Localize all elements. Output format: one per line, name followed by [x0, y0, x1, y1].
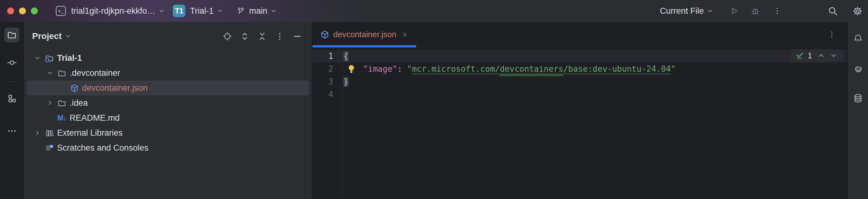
database-tool-button[interactable]: [850, 91, 866, 106]
project-tool-button[interactable]: [4, 28, 19, 42]
code-token: ": [407, 64, 412, 74]
chevron-down-icon[interactable]: [158, 8, 165, 14]
tab-options-button[interactable]: [828, 31, 836, 39]
problem-count: 1: [808, 51, 812, 61]
line-number[interactable]: 1: [312, 50, 343, 63]
code-token: /base:dev-ubuntu-24.04: [563, 64, 671, 74]
vcs-branch-name[interactable]: main: [249, 6, 268, 16]
editor-tab-bar: devcontainer.json: [312, 22, 847, 47]
active-tab-indicator: [312, 45, 416, 47]
bell-icon: [853, 34, 863, 43]
cube-icon: [69, 84, 80, 92]
tree-item-devcontainer-json[interactable]: devcontainer.json: [27, 80, 309, 95]
code-token: mcr.microsoft.com/: [412, 64, 500, 74]
toolbar-divider: [6, 81, 18, 82]
folder-icon: [56, 99, 67, 107]
close-tab-icon[interactable]: [402, 31, 408, 38]
inspections-check-icon: [795, 51, 805, 60]
close-window-button[interactable]: [7, 7, 14, 14]
folder-icon: [7, 30, 17, 40]
intention-lightbulb-icon[interactable]: [347, 64, 356, 74]
line-number[interactable]: 3: [312, 75, 343, 88]
more-actions-button[interactable]: [773, 7, 781, 15]
left-toolwindow-bar: [0, 22, 24, 199]
tree-item-label: External Libraries: [57, 128, 123, 138]
code-line-1[interactable]: 1{: [312, 50, 847, 63]
commit-icon: [7, 58, 17, 67]
scratches-icon: [44, 144, 55, 152]
more-h-icon: [7, 126, 17, 136]
project-panel-header: Project: [24, 22, 312, 51]
search-everywhere-button[interactable]: [828, 6, 838, 16]
tree-item-scratches-and-consoles[interactable]: Scratches and Consoles: [27, 140, 309, 155]
terminal-glyph: >_: [58, 8, 64, 13]
tree-item-readme-md[interactable]: M↓README.md: [27, 110, 309, 125]
tree-item-label: .idea: [69, 98, 88, 108]
ai-icon: [853, 64, 863, 73]
panel-header-actions: [223, 32, 302, 41]
chevron-down-icon[interactable]: [31, 55, 44, 61]
line-number[interactable]: 4: [312, 88, 343, 101]
structure-tool-button[interactable]: [4, 91, 19, 106]
tree-item-trial-1[interactable]: Trial-1: [27, 51, 309, 66]
minimize-window-button[interactable]: [19, 7, 26, 14]
minus-button[interactable]: [293, 32, 302, 41]
kebab-button[interactable]: [275, 32, 284, 41]
window-controls: [7, 7, 38, 14]
tree-item-external-libraries[interactable]: External Libraries: [27, 125, 309, 140]
code-line-3[interactable]: 3}: [312, 75, 847, 88]
expand-all-button[interactable]: [240, 32, 249, 41]
structure-icon: [7, 94, 17, 103]
ai-assistant-tool-button[interactable]: [850, 61, 866, 76]
panel-title[interactable]: Project: [32, 31, 62, 41]
library-icon: [44, 129, 55, 137]
chevron-down-icon[interactable]: [65, 33, 71, 39]
workspace-name[interactable]: Trial-1: [190, 6, 214, 16]
code-text: "image": "mcr.microsoft.com/devcontainer…: [343, 63, 676, 75]
previous-problem-button[interactable]: [818, 52, 825, 59]
code-editor[interactable]: 1{2 "image": "mcr.microsoft.com/devconta…: [312, 47, 847, 101]
notifications-tool-button[interactable]: [850, 31, 866, 46]
locate-button[interactable]: [223, 32, 232, 41]
inspection-widget[interactable]: 1: [790, 49, 842, 62]
chevron-right-icon[interactable]: [31, 130, 44, 136]
commit-tool-button[interactable]: [4, 55, 19, 70]
markdown-icon: M↓: [56, 114, 67, 122]
code-line-4[interactable]: 4: [312, 88, 847, 101]
run-configuration-selector[interactable]: Current File: [660, 6, 704, 16]
editor-tab-devcontainer-json[interactable]: devcontainer.json: [312, 22, 416, 47]
title-bar: >_ trial1git-rdjkpn-ekkfo… T1 Trial-1 ma…: [0, 0, 868, 22]
project-folder-icon: [44, 54, 55, 62]
right-toolwindow-bar: [847, 22, 868, 199]
chevron-down-icon[interactable]: [707, 8, 713, 14]
project-tree: Trial-1.devcontainerdevcontainer.json.id…: [24, 51, 312, 155]
project-switcher[interactable]: trial1git-rdjkpn-ekkfo…: [71, 6, 155, 16]
code-token: ": [671, 64, 676, 74]
folder-icon: [56, 69, 67, 77]
collapse-all-button[interactable]: [258, 32, 267, 41]
tree-item-label: Scratches and Consoles: [57, 143, 149, 153]
chevron-right-icon[interactable]: [44, 100, 56, 106]
chevron-down-icon[interactable]: [44, 70, 56, 76]
settings-button[interactable]: [853, 6, 862, 16]
code-token: "image": [363, 64, 398, 74]
more-tool-windows-tool-button[interactable]: [4, 124, 19, 138]
debug-button[interactable]: [751, 6, 760, 15]
code-line-2[interactable]: 2 "image": "mcr.microsoft.com/devcontain…: [312, 63, 847, 75]
tree-item--devcontainer[interactable]: .devcontainer: [27, 66, 309, 80]
code-token: :: [397, 64, 407, 74]
project-tool-window: Project Trial-1.devcontainerdevcontainer…: [24, 22, 312, 199]
tree-item-label: README.md: [69, 113, 120, 123]
workspace-badge[interactable]: T1: [173, 5, 185, 17]
run-button[interactable]: [730, 6, 739, 15]
git-branch-icon[interactable]: [237, 7, 245, 15]
chevron-down-icon[interactable]: [217, 8, 223, 14]
tree-item--idea[interactable]: .idea: [27, 95, 309, 110]
chevron-down-icon[interactable]: [271, 8, 277, 14]
code-text: {: [343, 50, 348, 63]
line-number[interactable]: 2: [312, 63, 343, 75]
next-problem-button[interactable]: [830, 52, 837, 59]
zoom-window-button[interactable]: [31, 7, 38, 14]
code-token: devcontainers: [500, 64, 563, 74]
editor-area: devcontainer.json 1{2 "image": "mcr.micr…: [312, 22, 847, 199]
